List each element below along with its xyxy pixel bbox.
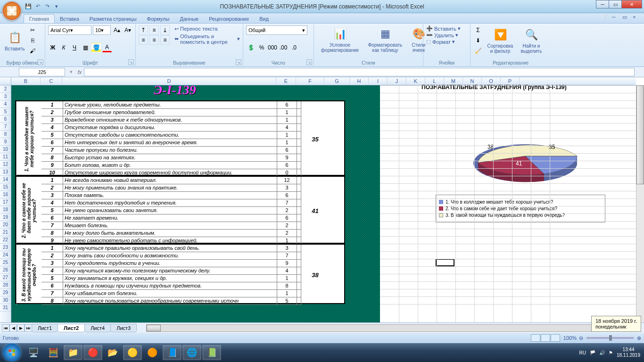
taskbar-excel-icon[interactable]: 📗 (202, 345, 221, 360)
scrollbar-thumb[interactable] (147, 325, 161, 331)
taskbar-app-icon[interactable]: 🟠 (143, 345, 162, 360)
row-header[interactable]: 6 (0, 115, 11, 123)
number-format-combo[interactable]: Общий ▾ (246, 25, 307, 35)
column-header[interactable]: I (369, 77, 388, 85)
tray-action-icon[interactable]: ⚑ (609, 350, 613, 355)
zoom-out-button[interactable]: ⊖ (579, 335, 583, 341)
tab-insert[interactable]: Вставка (55, 15, 84, 23)
column-header[interactable]: F (296, 77, 324, 85)
formula-input[interactable] (84, 68, 635, 76)
decrease-decimal-icon[interactable]: .0 (289, 43, 299, 52)
select-all-corner[interactable] (0, 77, 11, 85)
row-header[interactable]: 18 (0, 206, 11, 214)
tab-next-icon[interactable]: ▶ (17, 324, 25, 332)
font-size-combo[interactable]: 10 ▾ (93, 25, 111, 35)
autosum-icon[interactable]: Σ (473, 25, 483, 35)
language-indicator[interactable]: RU (579, 350, 586, 355)
sheet-tab[interactable]: Лист3 (110, 324, 137, 332)
cut-icon[interactable]: ✂ (28, 25, 37, 35)
percent-icon[interactable]: % (257, 43, 266, 52)
tray-flag-icon[interactable]: 🏳️ (590, 350, 595, 355)
comma-icon[interactable]: 000 (268, 43, 277, 52)
tab-first-icon[interactable]: ⏮ (2, 324, 9, 332)
start-button[interactable] (3, 344, 21, 362)
italic-button[interactable]: К (59, 43, 68, 52)
align-center-icon[interactable]: ≡ (149, 35, 159, 45)
tab-review[interactable]: Рецензирование (204, 15, 254, 23)
row-header[interactable]: 3 (0, 93, 11, 100)
minimize-button[interactable]: ─ (596, 0, 609, 8)
vertical-scrollbar[interactable] (636, 85, 644, 333)
sheet-tab[interactable]: Лист4 (84, 324, 111, 332)
row-header[interactable]: 21 (0, 229, 11, 236)
column-header[interactable]: B (11, 77, 41, 85)
redo-icon[interactable]: ↷ (43, 3, 51, 10)
row-header[interactable]: 2 (0, 85, 11, 93)
row-header[interactable]: 26 (0, 266, 11, 274)
sheet-tab[interactable]: Лист1 (32, 324, 58, 332)
close-button[interactable]: ✕ (621, 0, 642, 8)
minimize-ribbon-icon[interactable]: ─ (612, 14, 619, 21)
row-header[interactable]: 10 (0, 146, 11, 153)
row-header[interactable]: 14 (0, 176, 11, 183)
restore-window-icon[interactable]: ▭ (622, 14, 629, 21)
row-header[interactable]: 17 (0, 198, 11, 206)
taskbar-word-icon[interactable]: 📘 (163, 345, 182, 360)
row-header[interactable]: 23 (0, 244, 11, 251)
qat-dropdown-icon[interactable]: ▾ (53, 3, 60, 10)
row-header[interactable]: 13 (0, 168, 11, 176)
save-icon[interactable]: 💾 (25, 3, 32, 10)
zoom-in-button[interactable]: ⊕ (637, 335, 641, 341)
row-header[interactable]: 20 (0, 221, 11, 229)
paste-button[interactable]: 📋Вставить (3, 29, 26, 52)
format-cells-button[interactable]: ⬚ Формат ▾ (426, 39, 467, 45)
border-icon[interactable]: ▦ (81, 43, 90, 52)
taskbar-explorer-icon[interactable]: 📁 (64, 345, 83, 360)
active-cell[interactable] (436, 259, 454, 266)
insert-cells-button[interactable]: ➕ Вставить ▾ (426, 25, 467, 32)
row-header[interactable]: 4 (0, 100, 11, 108)
taskbar-app-icon[interactable]: 📂 (103, 345, 122, 360)
grow-font-icon[interactable]: A▴ (112, 25, 122, 35)
bold-button[interactable]: Ж (48, 43, 58, 52)
row-header[interactable]: 27 (0, 274, 11, 281)
align-top-icon[interactable]: ⤒ (139, 25, 148, 35)
taskbar-chrome-icon[interactable]: 🌐 (182, 345, 201, 360)
increase-decimal-icon[interactable]: .00 (279, 43, 288, 52)
row-header[interactable]: 7 (0, 123, 11, 131)
name-box[interactable]: J25 (19, 68, 65, 76)
zoom-slider[interactable] (586, 337, 634, 339)
tray-network-icon[interactable]: 🔊 (599, 350, 605, 355)
row-header[interactable]: 24 (0, 251, 11, 259)
dialog-launcher-icon[interactable]: ↘ (236, 59, 241, 65)
conditional-formatting-button[interactable]: 📊Условное форматирование (317, 25, 363, 54)
copy-icon[interactable]: ⎘ (28, 36, 37, 45)
sort-filter-button[interactable]: 🔽Сортировка и фильтр (484, 26, 516, 55)
dialog-launcher-icon[interactable]: ↘ (128, 59, 134, 65)
maximize-button[interactable]: ▭ (609, 0, 622, 8)
dialog-launcher-icon[interactable]: ↘ (38, 59, 43, 65)
help-icon[interactable]: ❔ (602, 14, 608, 21)
zoom-level[interactable]: 100% (563, 335, 577, 341)
page-layout-view-icon[interactable] (541, 334, 550, 342)
format-as-table-button[interactable]: ▦Форматировать как таблицу (364, 25, 406, 54)
row-header[interactable]: 28 (0, 281, 11, 289)
row-header[interactable]: 11 (0, 153, 11, 161)
row-header[interactable]: 15 (0, 183, 11, 191)
tray-clock[interactable]: 13:44 18.11.2019 (617, 347, 640, 358)
row-header[interactable]: 8 (0, 131, 11, 138)
format-painter-icon[interactable]: 🖌 (28, 46, 37, 56)
sheet-tab[interactable]: Лист2 (58, 324, 85, 332)
scrollbar-thumb[interactable] (636, 85, 644, 184)
fx-icon[interactable]: fx (75, 69, 84, 75)
underline-button[interactable]: Ч (70, 43, 79, 52)
row-header[interactable]: 5 (0, 108, 11, 115)
fill-icon[interactable]: ⬇ (473, 36, 483, 45)
row-header[interactable]: 31 (0, 304, 11, 312)
worksheet-grid[interactable]: BCDEFGHIJKLMNOP 234567891011121314151617… (0, 77, 644, 341)
align-middle-icon[interactable]: ≡ (149, 25, 159, 35)
row-header[interactable]: 19 (0, 214, 11, 221)
taskbar-opera-icon[interactable]: 🔴 (83, 345, 102, 360)
column-header[interactable]: H (350, 77, 369, 85)
delete-cells-button[interactable]: ➖ Удалить ▾ (426, 32, 467, 38)
